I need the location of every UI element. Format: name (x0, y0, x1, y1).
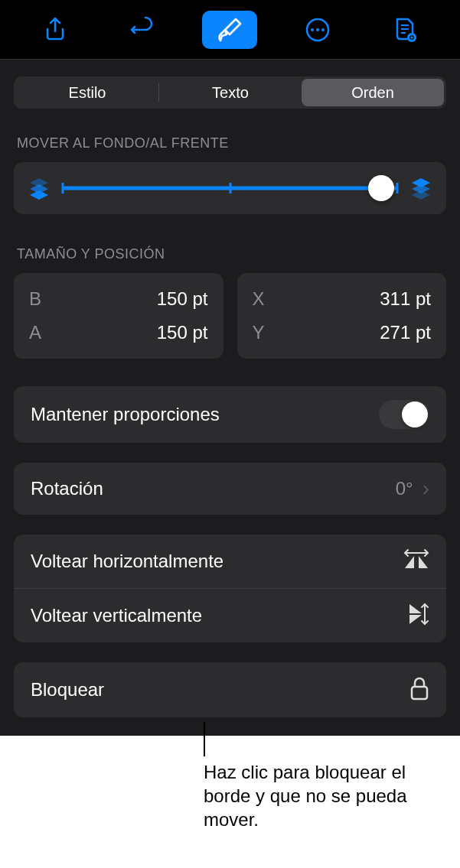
width-row[interactable]: B 150 pt (29, 282, 208, 316)
x-value: 311 pt (380, 288, 431, 310)
share-button[interactable] (28, 11, 83, 49)
annotation-leader (204, 722, 205, 756)
tab-text[interactable]: Texto (159, 79, 302, 106)
rotation-card: Rotación 0° › (14, 463, 446, 515)
constrain-switch[interactable] (379, 400, 429, 429)
constrain-label: Mantener proporciones (31, 404, 220, 425)
chevron-right-icon: › (422, 476, 429, 501)
share-icon (41, 16, 69, 44)
size-pos-label: TAMAÑO Y POSICIÓN (14, 246, 446, 262)
tab-arrange[interactable]: Orden (302, 79, 444, 106)
layer-slider-card (14, 162, 446, 214)
y-row[interactable]: Y 271 pt (253, 316, 432, 349)
svg-point-2 (316, 28, 319, 31)
height-key: A (29, 322, 41, 343)
send-to-back-icon[interactable] (28, 177, 51, 200)
undo-icon (129, 16, 156, 44)
more-icon (304, 16, 331, 44)
flip-card: Voltear horizontalmente Voltear vertical… (14, 535, 446, 642)
width-key: B (29, 288, 41, 310)
flip-horizontal-icon (403, 548, 429, 574)
y-key: Y (253, 322, 265, 343)
y-value: 271 pt (380, 322, 431, 343)
undo-button[interactable] (115, 11, 170, 49)
move-section-label: MOVER AL FONDO/AL FRENTE (14, 135, 446, 151)
tab-style[interactable]: Estilo (16, 79, 158, 106)
document-button[interactable] (377, 11, 432, 49)
device-frame: Estilo Texto Orden MOVER AL FONDO/AL FRE… (0, 0, 460, 736)
more-button[interactable] (290, 11, 345, 49)
format-panel: Estilo Texto Orden MOVER AL FONDO/AL FRE… (0, 60, 460, 736)
annotation-text: Haz clic para bloquear el borde y que no… (204, 760, 441, 832)
top-toolbar (0, 0, 460, 60)
position-card[interactable]: X 311 pt Y 271 pt (237, 273, 447, 359)
layer-slider[interactable] (63, 174, 397, 202)
flip-vertical-icon (403, 603, 429, 629)
flip-horizontal-row[interactable]: Voltear horizontalmente (14, 535, 446, 588)
svg-point-6 (410, 36, 413, 38)
size-position-grid: B 150 pt A 150 pt X 311 pt Y 271 pt (14, 273, 446, 359)
constrain-card: Mantener proporciones (14, 386, 446, 443)
size-card[interactable]: B 150 pt A 150 pt (14, 273, 223, 359)
rotation-value: 0° (396, 478, 413, 499)
width-value: 150 pt (157, 288, 208, 310)
constrain-row[interactable]: Mantener proporciones (14, 386, 446, 443)
height-row[interactable]: A 150 pt (29, 316, 208, 349)
format-brush-icon (216, 16, 243, 44)
format-button[interactable] (202, 11, 257, 49)
height-value: 150 pt (157, 322, 208, 343)
lock-row[interactable]: Bloquear (14, 662, 446, 717)
lock-icon (409, 676, 429, 704)
svg-point-3 (321, 28, 325, 31)
rotation-row[interactable]: Rotación 0° › (14, 463, 446, 515)
bring-to-front-icon[interactable] (409, 177, 432, 200)
format-tabs: Estilo Texto Orden (14, 76, 446, 109)
flip-v-label: Voltear verticalmente (31, 605, 202, 626)
x-key: X (253, 288, 265, 310)
lock-label: Bloquear (31, 679, 104, 701)
lock-card: Bloquear (14, 662, 446, 717)
flip-h-label: Voltear horizontalmente (31, 551, 223, 572)
x-row[interactable]: X 311 pt (253, 282, 432, 316)
svg-rect-7 (412, 687, 427, 699)
svg-point-1 (311, 28, 314, 31)
rotation-label: Rotación (31, 478, 103, 499)
flip-vertical-row[interactable]: Voltear verticalmente (14, 588, 446, 642)
document-icon (391, 16, 419, 44)
slider-thumb[interactable] (368, 175, 394, 201)
